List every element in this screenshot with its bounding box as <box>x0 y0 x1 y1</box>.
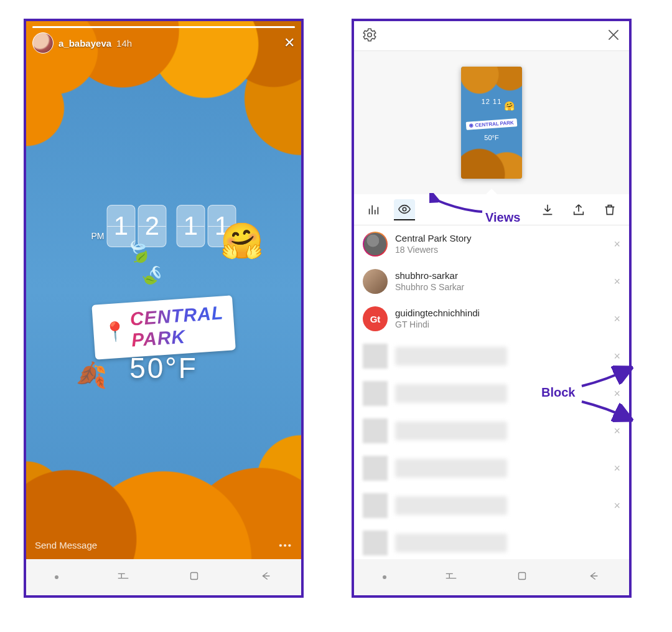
viewer-name: Shubhro S Sarkar <box>395 282 464 293</box>
story-header-avatar[interactable] <box>363 232 388 257</box>
story-header: a_babayeva 14h ✕ <box>32 32 295 54</box>
clock-pm-label: PM <box>91 231 105 241</box>
foliage-bottom <box>26 360 301 559</box>
block-viewer-icon[interactable]: × <box>614 425 620 438</box>
viewer-row-blurred: × <box>354 412 629 450</box>
svg-point-2 <box>403 207 406 211</box>
svg-rect-0 <box>191 573 198 580</box>
viewers-top-bar <box>354 21 629 51</box>
close-icon[interactable] <box>605 27 622 45</box>
phone-right-viewers: 12 11 🤗 ◉ CENTRAL PARK 50°F Central Park <box>352 19 632 598</box>
viewer-username: shubhro-sarkar <box>395 270 464 282</box>
block-viewer-icon[interactable]: × <box>614 387 620 400</box>
viewer-username: guidingtechnichhindi <box>395 308 480 319</box>
android-nav-bar <box>354 559 629 595</box>
story-title: Central Park Story <box>395 233 472 245</box>
story-timestamp: 14h <box>116 38 132 49</box>
block-viewer-icon[interactable]: × <box>614 313 620 326</box>
block-viewer-icon[interactable]: × <box>614 462 620 475</box>
thumb-location: ◉ CENTRAL PARK <box>466 118 518 130</box>
settings-icon[interactable] <box>362 27 378 45</box>
svg-rect-3 <box>519 573 526 580</box>
thumb-emoji: 🤗 <box>504 101 515 111</box>
story-header-row: Central Park Story 18 Viewers × <box>354 225 629 263</box>
story-progress-bar <box>32 26 295 28</box>
share-button[interactable] <box>568 199 589 220</box>
close-icon[interactable]: ✕ <box>284 35 295 51</box>
leaf-emoji-3: 🍂 <box>76 361 107 390</box>
nav-recents-button[interactable] <box>444 569 458 585</box>
dismiss-icon[interactable]: × <box>614 238 620 251</box>
story-footer: Send Message ••• <box>35 540 292 550</box>
nav-back-button[interactable] <box>259 569 273 585</box>
delete-button[interactable] <box>599 199 620 220</box>
viewer-row-blurred <box>354 524 629 562</box>
time-sticker[interactable]: PM 1 2 1 1 <box>91 205 236 247</box>
viewer-row[interactable]: Gt guidingtechnichhindi GT Hindi × <box>354 300 629 337</box>
thumb-temp: 50°F <box>461 134 522 141</box>
thumbnail-caret-icon <box>485 189 498 195</box>
story-more-icon[interactable]: ••• <box>279 540 292 550</box>
viewer-row-blurred: × <box>354 337 629 375</box>
viewers-tab-button[interactable] <box>394 199 415 220</box>
block-viewer-icon[interactable]: × <box>614 350 620 363</box>
viewer-avatar[interactable] <box>363 269 388 294</box>
block-viewer-icon[interactable]: × <box>614 499 620 512</box>
viewers-count: 18 Viewers <box>395 245 472 256</box>
viewer-avatar[interactable]: Gt <box>363 306 388 331</box>
nav-home-button[interactable] <box>187 569 201 585</box>
viewer-row-blurred: × <box>354 450 629 487</box>
android-nav-bar <box>26 559 301 595</box>
story-thumbnail[interactable]: 12 11 🤗 ◉ CENTRAL PARK 50°F <box>461 67 522 179</box>
nav-dot-icon <box>383 575 386 579</box>
nav-recents-button[interactable] <box>116 569 130 585</box>
insights-tab-bar <box>354 194 629 225</box>
story-avatar[interactable] <box>32 32 54 54</box>
nav-back-button[interactable] <box>587 569 600 585</box>
location-text: CENTRAL PARK <box>129 302 225 351</box>
story-canvas[interactable]: a_babayeva 14h ✕ PM 1 2 1 1 🤗 🍃 🍃 🍂 📍 CE… <box>26 21 301 559</box>
clock-digit-3: 1 <box>177 205 205 247</box>
location-pin-icon: 📍 <box>103 319 128 343</box>
svg-point-1 <box>368 32 372 37</box>
viewer-row-blurred: × <box>354 487 629 524</box>
story-username[interactable]: a_babayeva <box>58 38 111 49</box>
viewer-row[interactable]: shubhro-sarkar Shubhro S Sarkar × <box>354 263 629 300</box>
temperature-sticker[interactable]: 50°F <box>129 351 198 385</box>
leaf-emoji-2: 🍃 <box>137 259 169 291</box>
download-button[interactable] <box>537 199 558 220</box>
viewer-list[interactable]: Central Park Story 18 Viewers × shubhro-… <box>354 225 629 562</box>
location-sticker[interactable]: 📍 CENTRAL PARK <box>91 295 235 360</box>
viewer-row-blurred: × <box>354 375 629 412</box>
viewer-name: GT Hindi <box>395 319 480 331</box>
nav-dot-icon <box>55 575 58 579</box>
nav-home-button[interactable] <box>515 569 529 585</box>
story-thumbnail-area: 12 11 🤗 ◉ CENTRAL PARK 50°F <box>354 51 629 194</box>
insights-tab-button[interactable] <box>363 199 384 220</box>
send-message-input[interactable]: Send Message <box>35 540 97 550</box>
phone-left-story: a_babayeva 14h ✕ PM 1 2 1 1 🤗 🍃 🍃 🍂 📍 CE… <box>24 19 304 598</box>
hugging-face-emoji: 🤗 <box>220 220 264 262</box>
block-viewer-icon[interactable]: × <box>614 275 620 288</box>
